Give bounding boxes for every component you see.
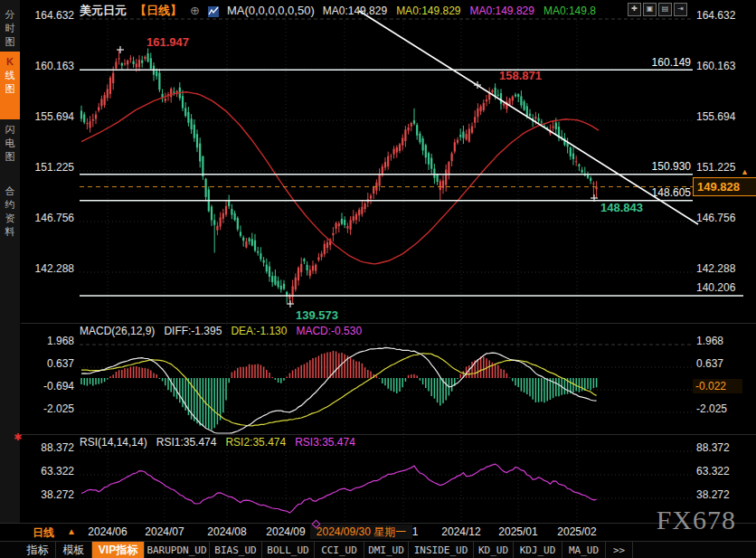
toolbar-item-VIP指标[interactable]: VIP指标 xyxy=(92,542,145,558)
ma-value-1: MA0:149.829 xyxy=(396,5,460,17)
tab-char: 线 xyxy=(5,70,15,80)
indicator-marker-icon[interactable]: ✱ xyxy=(14,431,22,443)
time-axis-label: 2024/08 xyxy=(200,525,254,538)
price-axis-right-label: 142.288 xyxy=(696,261,754,276)
period-tag: 【日线】 xyxy=(135,3,182,18)
macd-header-item-3: MACD:-0.530 xyxy=(296,325,362,337)
macd-header: MACD(26,12,9)DIFF:-1.395DEA:-1.130MACD:-… xyxy=(80,325,362,337)
price-axis-left-label: 151.225 xyxy=(20,160,74,175)
chart-header: 美元日元 【日线】 ⊕ MA(0,0,0,0,0,50) MA0:149.829… xyxy=(80,3,605,18)
tab-char: 约 xyxy=(5,199,15,210)
chart-split-icon[interactable]: ▤ xyxy=(658,3,672,16)
toolbar-item-CCI_UD[interactable]: CCI_UD xyxy=(315,542,364,558)
macd-header-item-0: MACD(26,12,9) xyxy=(80,325,155,337)
ma-value-2: MA0:149.829 xyxy=(470,5,534,17)
price-chart-canvas[interactable] xyxy=(0,0,756,558)
sidebar-tab-闪电图[interactable]: 闪电图 xyxy=(0,119,20,181)
toolbar-item-BOLL_UD[interactable]: BOLL_UD xyxy=(262,542,315,558)
price-axis-right-label: 164.632 xyxy=(696,8,754,23)
symbol-title: 美元日元 xyxy=(80,3,127,18)
ma-value-3: MA0:149.8 xyxy=(543,5,596,17)
rsi-header-item-1: RSI1:35.474 xyxy=(156,436,217,449)
level-line-label: 150.930 xyxy=(619,160,691,173)
period-selector[interactable]: 日线 xyxy=(33,525,54,541)
window-layout-icons: ✚▣▤⇥ xyxy=(628,3,687,16)
toolbar-item-BIAS_UD[interactable]: BIAS_UD xyxy=(210,542,262,558)
toolbar-item-模板[interactable]: 模板 xyxy=(56,542,92,558)
macd-header-item-1: DIFF:-1.395 xyxy=(164,325,222,337)
price-annotation: 148.843 xyxy=(600,201,643,214)
tab-char: 时 xyxy=(5,23,15,33)
time-axis-label: 2024/07 xyxy=(137,525,192,538)
toolbar-item-BARUPDN_UD[interactable]: BARUPDN_UD xyxy=(145,542,210,558)
rsi-axis-right-label: 63.322 xyxy=(696,464,754,478)
add-indicator-icon[interactable]: ⊕ xyxy=(190,3,200,18)
toolbar-item->>[interactable]: >> xyxy=(606,542,633,558)
expand-right-icon[interactable]: ⇥ xyxy=(674,3,687,16)
chart-pane-icon[interactable]: ▣ xyxy=(643,3,657,16)
rsi-header-item-3: RSI3:35.474 xyxy=(295,436,355,449)
toolbar-item-DMI_UD[interactable]: DMI_UD xyxy=(364,542,409,558)
tab-char: 图 xyxy=(5,36,15,47)
price-annotation: 158.871 xyxy=(499,69,542,82)
tab-char: 电 xyxy=(5,137,15,148)
price-up-arrow-icon: ▲ xyxy=(741,167,749,176)
rsi-header-item-0: RSI(14,14,14) xyxy=(80,436,147,449)
rsi-header-item-2: RSI2:35.474 xyxy=(225,436,286,449)
sidebar-tab-K线图[interactable]: K线图 xyxy=(0,52,20,119)
time-axis-label: 2024/12 xyxy=(434,525,488,538)
selected-date-badge: 2024/09/30 星期一 xyxy=(310,525,412,539)
tab-char: K xyxy=(6,56,14,67)
rsi-axis-right-label: 38.272 xyxy=(696,487,754,502)
macd-axis-left-label: 1.968 xyxy=(20,334,74,348)
macd-value-badge: -0.022 xyxy=(693,379,742,393)
indicator-toolbar: 指标模板VIP指标BARUPDN_UDBIAS_UDBOLL_UDCCI_UDD… xyxy=(0,541,756,558)
tab-char: 资 xyxy=(5,213,15,223)
sidebar-tab-合约资料[interactable]: 合约资料 xyxy=(0,181,20,244)
ma-formula-label: MA(0,0,0,0,0,50) xyxy=(227,3,315,18)
time-axis-label: 2024/09 xyxy=(259,525,313,538)
app-window: 分时图K线图闪电图合约资料 美元日元 【日线】 ⊕ MA(0,0,0,0,0,5… xyxy=(0,0,756,558)
rsi-axis-left-label: 88.372 xyxy=(20,440,74,455)
price-axis-right-label: 146.756 xyxy=(696,211,754,225)
macd-axis-right-label: 0.637 xyxy=(696,356,754,371)
macd-axis-left-label: -0.694 xyxy=(20,379,74,393)
tab-char: 分 xyxy=(5,9,15,20)
toolbar-item-KD_UD[interactable]: KD_UD xyxy=(474,542,514,558)
macd-axis-left-label: -2.025 xyxy=(20,402,74,416)
price-axis-left-label: 155.694 xyxy=(20,109,74,124)
price-axis-left-label: 142.288 xyxy=(20,261,74,276)
chart-type-icon[interactable] xyxy=(208,5,219,16)
tab-char: 图 xyxy=(5,151,15,162)
sidebar: 分时图K线图闪电图合约资料 xyxy=(0,0,21,558)
rsi-header: RSI(14,14,14)RSI1:35.474RSI2:35.474RSI3:… xyxy=(80,436,355,449)
price-axis-left-label: 160.163 xyxy=(20,59,74,73)
toolbar-item-MA_UD[interactable]: MA_UD xyxy=(562,542,606,558)
price-annotation: 161.947 xyxy=(146,35,189,49)
crosshair-icon[interactable]: ✚ xyxy=(628,3,641,16)
toolbar-item-INSIDE_UD[interactable]: INSIDE_UD xyxy=(409,542,474,558)
tab-char: 合 xyxy=(5,185,15,196)
tab-char: 闪 xyxy=(5,124,15,135)
price-axis-left-label: 146.756 xyxy=(20,211,74,225)
level-line-label: 160.149 xyxy=(619,56,691,69)
price-axis-right-label: 155.694 xyxy=(696,109,754,124)
level-line-label: 148.605 xyxy=(619,186,691,199)
toolbar-item-指标[interactable]: 指标 xyxy=(20,542,56,558)
ma-values: MA0:149.829MA0:149.829MA0:149.829MA0:149… xyxy=(323,3,605,19)
ma-value-0: MA0:149.829 xyxy=(323,5,387,17)
time-axis-label: 2025/01 xyxy=(491,525,545,538)
macd-header-item-2: DEA:-1.130 xyxy=(231,325,287,337)
rsi-axis-right-label: 88.372 xyxy=(696,440,754,455)
macd-axis-left-label: 0.637 xyxy=(20,356,74,371)
rsi-axis-left-label: 63.322 xyxy=(20,464,74,478)
price-axis-right-label: 160.163 xyxy=(696,59,754,73)
macd-axis-right-label: 1.968 xyxy=(696,334,754,348)
price-axis-right-label: 140.206 xyxy=(696,280,754,295)
tab-char: 图 xyxy=(5,83,15,94)
sidebar-tab-分时图[interactable]: 分时图 xyxy=(0,5,20,53)
macd-axis-right-label: -2.025 xyxy=(696,402,754,416)
period-selector-arrow-icon[interactable]: ▲ xyxy=(67,526,76,536)
price-axis-left-label: 164.632 xyxy=(20,8,74,23)
toolbar-item-KDJ_UD[interactable]: KDJ_UD xyxy=(514,542,562,558)
